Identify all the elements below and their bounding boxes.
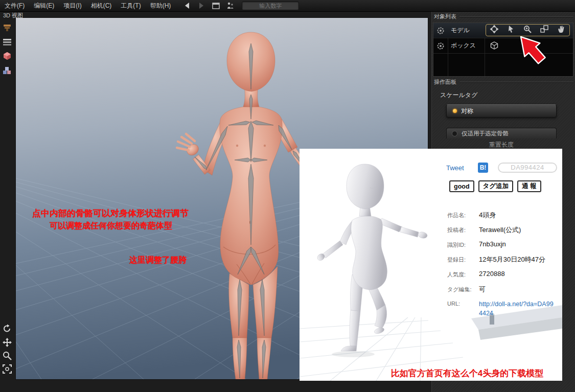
field-row: 作品名:4頭身 — [447, 210, 559, 220]
menu-help[interactable]: 帮助(H) — [146, 0, 176, 11]
vise-tool-icon[interactable] — [2, 22, 13, 34]
tag-add-button[interactable]: タグ追加 — [478, 180, 514, 192]
field-value: 2720888 — [479, 269, 505, 280]
object-row-box[interactable]: ボックス — [433, 38, 573, 54]
scale-tool-icon[interactable] — [540, 25, 549, 36]
cube-tool-icon[interactable] — [2, 51, 13, 62]
symmetry-indicator-icon — [453, 109, 457, 113]
menu-edit[interactable]: 编辑(E) — [29, 0, 59, 11]
ruler-tool-icon[interactable] — [2, 37, 13, 48]
field-row: URL:http://doll-a.net/?da=DA994424 — [447, 299, 559, 318]
field-row: 投稿者:Terawell(公式) — [447, 225, 559, 235]
annotation-line1: 点中内部的骨骼可以对身体形状进行调节 — [32, 207, 189, 219]
field-label: 識別ID: — [447, 240, 479, 250]
menu-camera[interactable]: 相机(C) — [86, 0, 117, 11]
zoom-view-icon[interactable] — [2, 351, 13, 362]
object-row-label: モデル — [448, 26, 485, 35]
cube-icon[interactable] — [490, 41, 499, 52]
annotation-line2: 可以调整成任何你想要的奇葩体型 — [50, 221, 172, 232]
field-value: 7nb3uxjn — [479, 240, 506, 250]
gear-icon[interactable] — [433, 26, 448, 35]
field-value: 12年5月30日20時47分 — [479, 255, 545, 265]
field-row: タグ編集:可 — [447, 284, 559, 294]
field-label: 作品名: — [447, 210, 479, 220]
selected-bone-section[interactable]: 仅适用于选定骨骼 — [446, 128, 557, 139]
model-info-fields: 作品名:4頭身 投稿者:Terawell(公式) 識別ID:7nb3uxjn 登… — [447, 210, 559, 322]
model-tool-strip — [486, 24, 570, 36]
field-row: 人気度:2720888 — [447, 269, 559, 280]
field-value: 可 — [479, 284, 486, 294]
field-label: URL: — [447, 299, 479, 318]
operation-panel-title: 操作面板 — [434, 78, 456, 86]
popup-annotation: 比如官方首页有这么个4头身的下载模型 — [376, 367, 558, 379]
app-window: 文件(F) 编辑(E) 项目(I) 相机(C) 工具(T) 帮助(H) 3D 视… — [0, 0, 575, 392]
symmetry-button[interactable]: 对称 — [446, 104, 557, 118]
tweet-link[interactable]: Tweet — [446, 164, 464, 172]
selected-bone-label: 仅适用于选定骨骼 — [462, 130, 509, 137]
reset-length-button[interactable]: 重置长度 — [446, 141, 557, 149]
model-url-link[interactable]: http://doll-a.net/?da=DA994424 — [479, 299, 557, 318]
object-list-title: 对象列表 — [434, 13, 456, 20]
object-list-table: モデル — [433, 22, 573, 77]
annotation-line3: 这里调整了腰胯 — [129, 255, 187, 266]
capture-view-icon[interactable] — [2, 364, 13, 375]
scale-tag-label: スケールタグ — [440, 91, 477, 100]
symmetry-button-label: 对称 — [461, 107, 473, 116]
report-button[interactable]: 通 報 — [517, 180, 541, 192]
zoom-tool-icon[interactable] — [523, 25, 532, 36]
field-row: 識別ID:7nb3uxjn — [447, 240, 559, 250]
field-label: 登録日: — [447, 255, 479, 265]
radio-icon — [452, 131, 457, 136]
mannequin-icon[interactable] — [224, 1, 236, 10]
download-model-popup: Tweet B! DA994424 good タグ追加 通 報 作品名:4頭身 … — [300, 149, 562, 381]
object-row-label: ボックス — [448, 41, 485, 50]
left-toolbar — [0, 17, 15, 392]
menu-file[interactable]: 文件(F) — [0, 0, 29, 11]
menu-bar: 文件(F) 编辑(E) 项目(I) 相机(C) 工具(T) 帮助(H) — [0, 0, 575, 12]
forward-icon[interactable] — [196, 1, 207, 10]
menu-tools[interactable]: 工具(T) — [116, 0, 145, 11]
hand-tool-icon[interactable] — [557, 25, 566, 36]
pan-view-icon[interactable] — [2, 337, 13, 349]
field-value: 4頭身 — [479, 210, 496, 220]
rotate-tool-icon[interactable] — [490, 25, 499, 36]
field-label: 人気度: — [447, 269, 479, 280]
reset-view-icon[interactable] — [2, 324, 13, 335]
hatena-bookmark-button[interactable]: B! — [478, 163, 488, 173]
object-row-model[interactable]: モデル — [433, 23, 573, 38]
field-label: タグ編集: — [447, 284, 479, 294]
menu-project[interactable]: 项目(I) — [59, 0, 86, 11]
popup-button-row: good タグ追加 通 報 — [449, 180, 541, 192]
field-row: 登録日:12年5月30日20時47分 — [447, 255, 559, 265]
good-button[interactable]: good — [449, 180, 474, 192]
model-id-field[interactable]: DA994424 — [498, 163, 557, 173]
field-value: Terawell(公式) — [479, 225, 521, 235]
window-icon[interactable] — [210, 1, 221, 10]
back-icon[interactable] — [181, 1, 193, 10]
select-tool-icon[interactable] — [507, 25, 516, 36]
number-input[interactable] — [242, 1, 299, 10]
gear-icon[interactable] — [433, 41, 448, 51]
blocks-tool-icon[interactable] — [2, 65, 13, 77]
field-label: 投稿者: — [447, 225, 479, 235]
